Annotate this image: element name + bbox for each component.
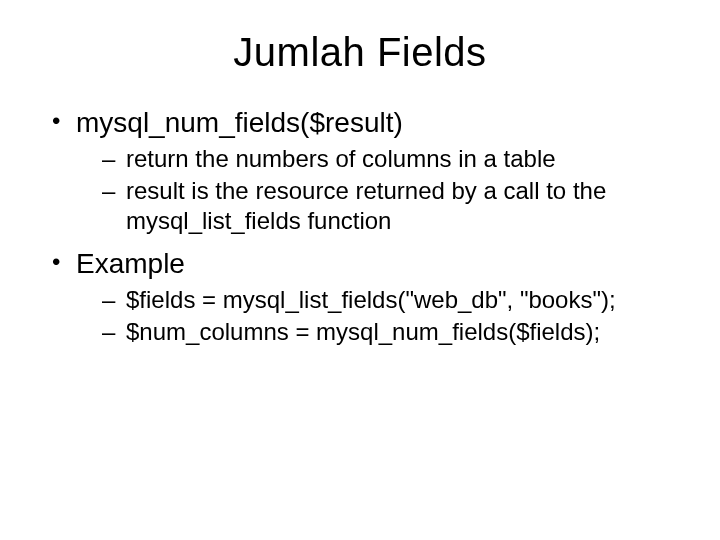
bullet-list: mysql_num_fields($result) return the num… bbox=[48, 105, 680, 347]
sub-bullet-item: $num_columns = mysql_num_fields($fields)… bbox=[102, 317, 680, 347]
slide-title: Jumlah Fields bbox=[40, 30, 680, 75]
sub-bullet-item: result is the resource returned by a cal… bbox=[102, 176, 680, 236]
bullet-item: Example $fields = mysql_list_fields("web… bbox=[48, 246, 680, 347]
sub-bullet-item: return the numbers of columns in a table bbox=[102, 144, 680, 174]
bullet-item: mysql_num_fields($result) return the num… bbox=[48, 105, 680, 236]
bullet-text: Example bbox=[76, 248, 185, 279]
bullet-text: mysql_num_fields($result) bbox=[76, 107, 403, 138]
sub-bullet-item: $fields = mysql_list_fields("web_db", "b… bbox=[102, 285, 680, 315]
sub-bullet-list: return the numbers of columns in a table… bbox=[102, 144, 680, 236]
sub-bullet-list: $fields = mysql_list_fields("web_db", "b… bbox=[102, 285, 680, 347]
slide: Jumlah Fields mysql_num_fields($result) … bbox=[0, 0, 720, 540]
